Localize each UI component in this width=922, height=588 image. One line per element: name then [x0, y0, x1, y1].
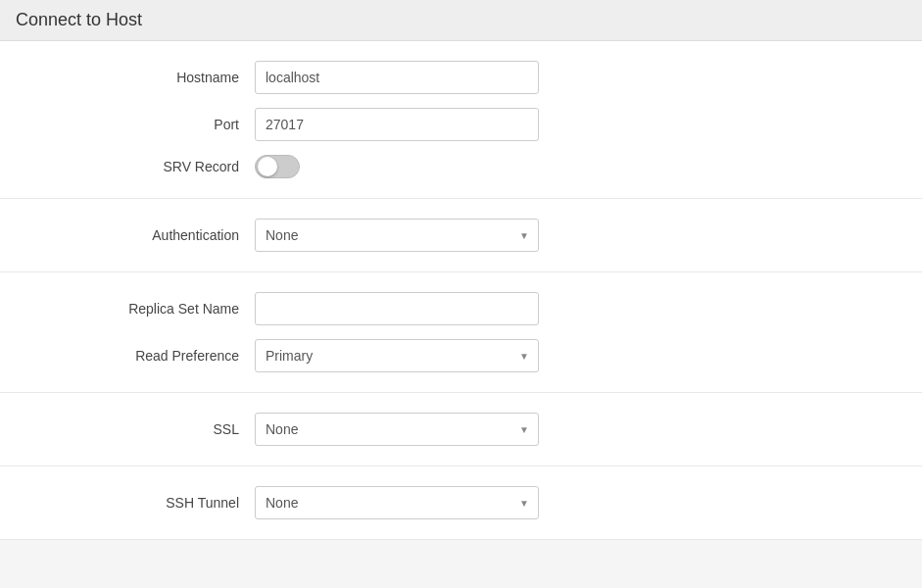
port-row: Port — [0, 108, 922, 141]
srv-record-label: SRV Record — [59, 159, 255, 174]
hostname-input[interactable] — [255, 61, 539, 94]
ssh-tunnel-select-wrapper: None Password Identity File — [255, 486, 539, 519]
ssl-section: SSL None Server Validation Server and Cl… — [0, 393, 922, 466]
port-input[interactable] — [255, 108, 539, 141]
connection-section: Hostname Port SRV Record — [0, 41, 922, 199]
read-preference-row: Read Preference Primary Primary Preferre… — [0, 339, 922, 372]
ssl-select[interactable]: None Server Validation Server and Client… — [255, 413, 539, 446]
read-preference-select[interactable]: Primary Primary Preferred Secondary Seco… — [255, 339, 539, 372]
authentication-row: Authentication None Username / Password … — [0, 219, 922, 252]
read-preference-label: Read Preference — [59, 348, 255, 364]
ssl-label: SSL — [59, 421, 255, 437]
ssl-row: SSL None Server Validation Server and Cl… — [0, 413, 922, 446]
srv-record-row: SRV Record — [0, 155, 922, 178]
authentication-section: Authentication None Username / Password … — [0, 199, 922, 272]
page-content: Hostname Port SRV Record Authentication … — [0, 41, 922, 540]
ssh-tunnel-section: SSH Tunnel None Password Identity File — [0, 466, 922, 540]
port-label: Port — [59, 117, 255, 132]
authentication-label: Authentication — [59, 227, 255, 243]
ssh-tunnel-select[interactable]: None Password Identity File — [255, 486, 539, 519]
replication-section: Replica Set Name Read Preference Primary… — [0, 272, 922, 393]
ssh-tunnel-label: SSH Tunnel — [59, 495, 255, 511]
replica-set-name-row: Replica Set Name — [0, 292, 922, 325]
ssh-tunnel-row: SSH Tunnel None Password Identity File — [0, 486, 922, 519]
page-title: Connect to Host — [16, 10, 906, 30]
hostname-row: Hostname — [0, 61, 922, 94]
replica-set-name-label: Replica Set Name — [59, 301, 255, 317]
read-preference-select-wrapper: Primary Primary Preferred Secondary Seco… — [255, 339, 539, 372]
page-header: Connect to Host — [0, 0, 922, 41]
replica-set-name-input[interactable] — [255, 292, 539, 325]
authentication-select[interactable]: None Username / Password SCRAM-SHA-256 L… — [255, 219, 539, 252]
hostname-label: Hostname — [59, 70, 255, 85]
toggle-slider — [255, 155, 300, 178]
srv-record-toggle[interactable] — [255, 155, 300, 178]
ssl-select-wrapper: None Server Validation Server and Client… — [255, 413, 539, 446]
authentication-select-wrapper: None Username / Password SCRAM-SHA-256 L… — [255, 219, 539, 252]
